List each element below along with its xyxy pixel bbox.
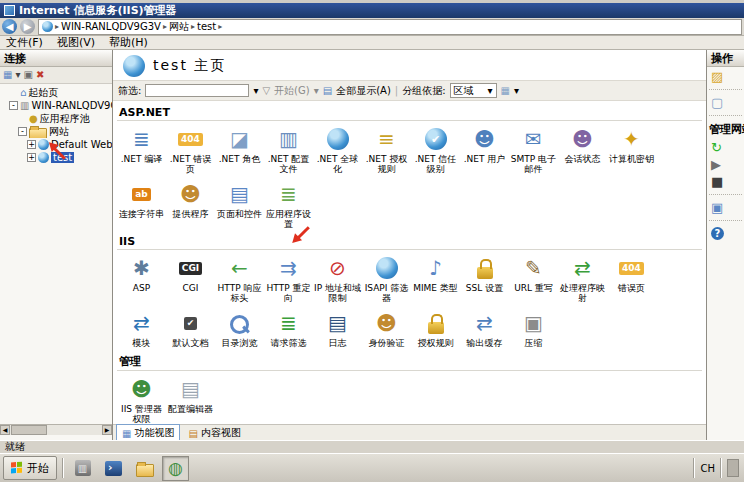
filter-input[interactable]: [145, 84, 249, 97]
tree-expander[interactable]: +: [27, 153, 36, 162]
feature-item[interactable]: ✎URL 重写: [509, 253, 558, 303]
breadcrumb-segment[interactable]: WIN-RANLQDV9G3V: [61, 21, 161, 32]
menu-item[interactable]: 帮助(H): [109, 35, 148, 50]
feature-item[interactable]: ⇉HTTP 重定向: [264, 253, 313, 303]
feature-item[interactable]: ♪MIME 类型: [411, 253, 460, 303]
feature-item[interactable]: ▣压缩: [509, 308, 558, 348]
feature-item[interactable]: SSL 设置: [460, 253, 509, 303]
glyph-icon: ≡: [378, 129, 395, 149]
feature-item[interactable]: ←HTTP 响应标头: [215, 253, 264, 303]
tree-expander[interactable]: -: [18, 127, 27, 136]
feature-item[interactable]: ⊘IP 地址和域限制: [313, 253, 362, 303]
feature-item[interactable]: ⇄处理程序映射: [558, 253, 607, 303]
feature-item[interactable]: 404错误页: [607, 253, 656, 303]
scroll-thumb[interactable]: [11, 425, 47, 435]
view-mode-caret-icon[interactable]: ▾: [514, 85, 519, 96]
powershell-icon[interactable]: ›: [100, 456, 127, 481]
feature-item[interactable]: ✔默认文档: [166, 308, 215, 348]
address-box[interactable]: ▸WIN-RANLQDV9G3V▸网站▸test▸: [38, 19, 742, 35]
feature-icon: 404: [178, 124, 203, 154]
feature-item[interactable]: ≣请求筛选: [264, 308, 313, 348]
feature-item[interactable]: ≣应用程序设置: [264, 179, 313, 229]
explore-icon[interactable]: ▨: [709, 70, 742, 83]
explorer-folder-icon[interactable]: [131, 456, 158, 481]
actions-separator: [709, 220, 742, 221]
feature-label: 目录浏览: [222, 338, 258, 348]
feature-item[interactable]: ✦计算机密钥: [607, 124, 656, 174]
server-manager-icon[interactable]: ▥: [69, 456, 96, 481]
feature-item[interactable]: ▤页面和控件: [215, 179, 264, 229]
page-title: test 主页: [153, 57, 226, 75]
connections-hscrollbar[interactable]: ◀ ▶: [0, 424, 112, 435]
create-connection-icon[interactable]: ▦: [3, 70, 12, 80]
go-caret-icon[interactable]: ▾: [314, 85, 319, 96]
save-connections-icon[interactable]: ▣: [23, 70, 32, 80]
feature-item[interactable]: ≣.NET 编译: [117, 124, 166, 174]
feature-item[interactable]: .NET 全球化: [313, 124, 362, 174]
start-button[interactable]: 开始: [3, 456, 57, 480]
tree-expander[interactable]: +: [27, 140, 36, 149]
browse-website-icon[interactable]: ▣: [709, 201, 742, 214]
tree-item-应用程序池[interactable]: ●应用程序池: [0, 112, 112, 125]
menu-item[interactable]: 文件(F): [6, 35, 43, 50]
feature-item[interactable]: ISAPI 筛选器: [362, 253, 411, 303]
iis-manager-icon[interactable]: ◍: [162, 456, 189, 481]
breadcrumb-segment[interactable]: 网站: [169, 20, 189, 34]
help-icon[interactable]: ?: [711, 227, 724, 240]
breadcrumb-segment[interactable]: test: [197, 21, 216, 32]
filter-caret-icon[interactable]: ▾: [253, 85, 258, 96]
feature-item[interactable]: 目录浏览: [215, 308, 264, 348]
feature-item[interactable]: ☻.NET 用户: [460, 124, 509, 174]
scroll-right-arrow[interactable]: ▶: [102, 425, 112, 435]
menu-item[interactable]: 视图(V): [57, 35, 95, 50]
edit-permissions-icon[interactable]: ▢: [709, 96, 742, 109]
dropdown-caret-icon[interactable]: ▾: [15, 70, 20, 80]
feature-item[interactable]: ☻IIS 管理器权限: [117, 374, 166, 424]
glyph-icon: ☻: [131, 379, 152, 399]
feature-item[interactable]: ✉SMTP 电子邮件: [509, 124, 558, 174]
feature-item[interactable]: ▥.NET 配置文件: [264, 124, 313, 174]
tab-内容视图[interactable]: ▤内容视图: [182, 424, 246, 440]
view-mode-icon[interactable]: ▦: [501, 85, 510, 96]
feature-item[interactable]: ✱ASP: [117, 253, 166, 303]
scroll-left-arrow[interactable]: ◀: [0, 425, 10, 435]
restart-icon[interactable]: ↻: [709, 141, 742, 154]
feature-item[interactable]: ▤配置编辑器: [166, 374, 215, 424]
feature-item[interactable]: ☻会话状态: [558, 124, 607, 174]
feature-label: 默认文档: [173, 338, 209, 348]
language-indicator[interactable]: CH: [700, 463, 715, 474]
show-all-button[interactable]: 全部显示(A): [336, 84, 391, 98]
feature-item[interactable]: 404.NET 错误页: [166, 124, 215, 174]
glyph-icon: ⇉: [280, 258, 297, 278]
tab-功能视图[interactable]: ▦功能视图: [116, 424, 180, 440]
toolbar-divider: |: [395, 85, 398, 96]
feature-item[interactable]: CGICGI: [166, 253, 215, 303]
feature-item[interactable]: 授权规则: [411, 308, 460, 348]
feature-item[interactable]: ⇄输出缓存: [460, 308, 509, 348]
glyph-icon: ⇄: [574, 258, 591, 278]
feature-item[interactable]: ≡.NET 授权规则: [362, 124, 411, 174]
start-site-icon[interactable]: ▶: [709, 158, 742, 171]
feature-item[interactable]: ⇄模块: [117, 308, 166, 348]
forward-button[interactable]: ▶: [20, 19, 35, 34]
feature-item[interactable]: ✔.NET 信任级别: [411, 124, 460, 174]
tree-item-label: 起始页: [28, 86, 58, 99]
group-by-select[interactable]: 区域 ▾: [450, 83, 497, 98]
tree-expander[interactable]: -: [9, 101, 18, 110]
title-bar[interactable]: Internet 信息服务(IIS)管理器: [0, 3, 744, 18]
tree-item-起始页[interactable]: ⌂起始页: [0, 86, 112, 99]
feature-label: IP 地址和域限制: [313, 283, 362, 303]
stop-site-icon[interactable]: ■: [709, 175, 742, 188]
feature-item[interactable]: ◪.NET 角色: [215, 124, 264, 174]
tree-item-网站[interactable]: -网站: [0, 125, 112, 138]
feature-item[interactable]: ☻提供程序: [166, 179, 215, 229]
filter-go-button[interactable]: 开始(G): [274, 84, 310, 98]
back-button[interactable]: ◀: [2, 19, 17, 34]
feature-item[interactable]: ☻身份验证: [362, 308, 411, 348]
feature-item[interactable]: ▤日志: [313, 308, 362, 348]
feature-item[interactable]: ab连接字符串: [117, 179, 166, 229]
tray-icon-partial[interactable]: [727, 459, 739, 477]
filter-go-icon[interactable]: ▽: [262, 85, 270, 96]
tree-item-win-ranlqdv9g3v-win[interactable]: -▥WIN-RANLQDV9G3V (WIN: [0, 99, 112, 112]
delete-connection-icon[interactable]: ✖: [36, 70, 44, 80]
